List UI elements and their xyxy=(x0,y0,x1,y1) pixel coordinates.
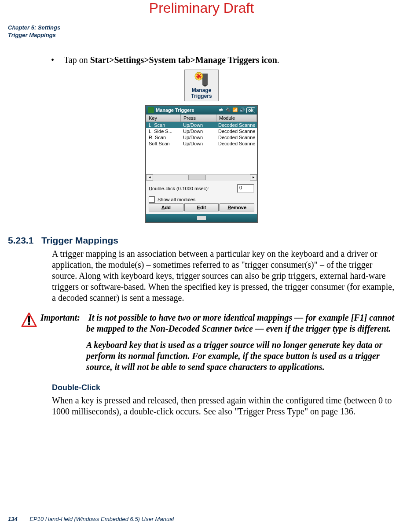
add-button[interactable]: Add xyxy=(149,203,183,211)
important-p2: A keyboard key that is used as a trigger… xyxy=(40,340,395,373)
table-row[interactable]: L. Side S... Up/Down Decoded Scanne xyxy=(146,128,257,134)
cell: L. Scan xyxy=(146,122,180,128)
cell: L. Side S... xyxy=(146,128,180,134)
sip-bar[interactable] xyxy=(146,214,257,222)
cell: Soft Scan xyxy=(146,140,180,147)
cell: Decoded Scanne xyxy=(216,134,257,140)
horizontal-scrollbar[interactable]: ◂ ▸ xyxy=(146,174,257,181)
cell: Decoded Scanne xyxy=(216,128,257,134)
ok-button[interactable]: ok xyxy=(246,107,255,113)
start-icon[interactable] xyxy=(148,107,154,113)
col-press[interactable]: Press xyxy=(181,115,216,122)
table-body: L. Scan Up/Down Decoded Scanne L. Side S… xyxy=(146,122,257,174)
speaker-icon: 🔊 xyxy=(239,107,245,113)
keyboard-icon[interactable] xyxy=(197,216,206,220)
preliminary-draft: Preliminary Draft xyxy=(8,0,395,16)
show-all-label: Show all modules xyxy=(158,197,195,202)
footer: 134 EP10 Hand-Held (Windows Embedded 6.5… xyxy=(8,516,174,522)
show-all-option[interactable]: Show all modules xyxy=(149,196,254,203)
footer-text: EP10 Hand-Held (Windows Embedded 6.5) Us… xyxy=(29,516,174,522)
scroll-track[interactable] xyxy=(153,175,250,180)
important-icon xyxy=(21,312,37,373)
cell: Decoded Scanne xyxy=(216,122,257,128)
col-module[interactable]: Module xyxy=(216,115,257,122)
shortcut-label: Manage Triggers xyxy=(187,88,216,99)
bullet-suffix: . xyxy=(277,55,279,65)
edit-button[interactable]: Edit xyxy=(184,203,219,211)
page-number: 134 xyxy=(8,516,18,522)
col-key[interactable]: Key xyxy=(146,115,181,122)
instruction-bullet: Tap on Start>Settings>System tab>Manage … xyxy=(51,55,395,65)
cell: Up/Down xyxy=(180,122,216,128)
sub-heading: Double-Click xyxy=(52,383,395,392)
section-title: Trigger Mappings xyxy=(41,235,118,245)
manage-triggers-shortcut[interactable]: Manage Triggers xyxy=(184,70,219,101)
section-heading: 5.23.1 Trigger Mappings xyxy=(8,235,395,246)
bullet-prefix: Tap on xyxy=(64,55,90,65)
cell: Up/Down xyxy=(180,140,216,147)
table-row[interactable]: Soft Scan Up/Down Decoded Scanne xyxy=(146,140,257,147)
paragraph: When a key is pressed and released, then… xyxy=(52,395,395,417)
cell: Up/Down xyxy=(180,128,216,134)
titlebar: Manage Triggers ⇄ 🔌 📶 🔊 ok xyxy=(146,106,257,115)
svg-rect-0 xyxy=(202,74,208,85)
double-click-label: Double-click (0-1000 msec): xyxy=(149,186,209,191)
plug-icon: 🔌 xyxy=(225,107,231,113)
important-p1: It is not possible to have two or more i… xyxy=(86,313,394,333)
svg-marker-1 xyxy=(202,85,208,87)
paragraph: A trigger mapping is an association betw… xyxy=(52,248,395,303)
manage-triggers-window: Manage Triggers ⇄ 🔌 📶 🔊 ok Key Press Mod… xyxy=(145,105,258,223)
cell: Up/Down xyxy=(180,134,216,140)
remove-button[interactable]: Remove xyxy=(220,203,254,211)
manage-triggers-icon xyxy=(193,72,210,87)
chapter-label: Chapter 5: Settings xyxy=(8,24,395,32)
chapter-sub: Trigger Mappings xyxy=(8,32,395,39)
svg-point-9 xyxy=(28,323,30,325)
table-row[interactable]: L. Scan Up/Down Decoded Scanne xyxy=(146,122,257,128)
cell: Decoded Scanne xyxy=(216,140,257,147)
cell: R. Scan xyxy=(146,134,180,140)
table-header: Key Press Module xyxy=(146,115,257,122)
table-row[interactable]: R. Scan Up/Down Decoded Scanne xyxy=(146,134,257,140)
important-label: Important: xyxy=(40,312,86,323)
scroll-thumb[interactable] xyxy=(188,175,206,180)
sync-icon: ⇄ xyxy=(218,107,223,113)
double-click-option: Double-click (0-1000 msec): 0 xyxy=(149,184,254,193)
bullet-path: Start>Settings>System tab>Manage Trigger… xyxy=(90,55,277,65)
window-title: Manage Triggers xyxy=(156,107,194,113)
signal-icon: 📶 xyxy=(232,107,238,113)
double-click-input[interactable]: 0 xyxy=(237,184,254,193)
show-all-checkbox[interactable] xyxy=(149,196,155,203)
section-number: 5.23.1 xyxy=(8,235,33,245)
scroll-left-icon[interactable]: ◂ xyxy=(146,174,153,181)
scroll-right-icon[interactable]: ▸ xyxy=(250,174,257,181)
